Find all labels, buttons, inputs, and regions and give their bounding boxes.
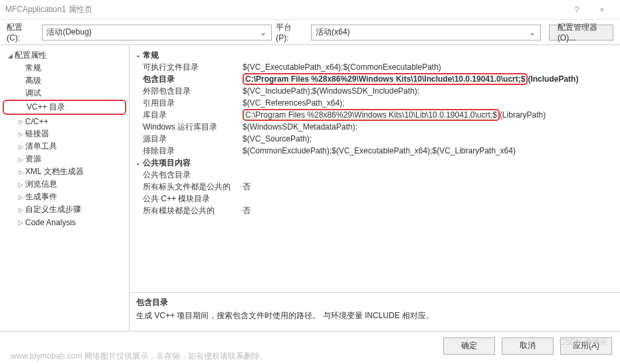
platform-combo[interactable]: 活动(x64) ⌄ bbox=[311, 25, 541, 41]
property-value[interactable]: C:\Program Files %28x86%29\Windows Kits\… bbox=[243, 73, 613, 85]
sidebar-item-label: 调试 bbox=[25, 88, 41, 99]
sidebar-item-label: C/C++ bbox=[25, 117, 49, 126]
toolbar: 配置(C): 活动(Debug) ⌄ 平台(P): 活动(x64) ⌄ 配置管理… bbox=[0, 20, 620, 45]
sidebar-item[interactable]: ▷链接器 bbox=[3, 128, 126, 140]
property-key: 公共包含目录 bbox=[143, 169, 243, 181]
property-value[interactable]: $(WindowsSDK_MetadataPath); bbox=[243, 121, 613, 133]
tree-root[interactable]: ◢ 配置属性 bbox=[3, 49, 126, 62]
description-panel: 包含目录 生成 VC++ 项目期间，搜索包含文件时使用的路径。 与环境变量 IN… bbox=[130, 292, 620, 331]
property-row[interactable]: 公共 C++ 模块目录 bbox=[134, 193, 613, 205]
platform-label: 平台(P): bbox=[276, 22, 304, 43]
cancel-button[interactable]: 取消 bbox=[502, 337, 554, 355]
sidebar-item-label: 常规 bbox=[25, 62, 41, 74]
sidebar-item[interactable]: ▷Code Analysis bbox=[3, 216, 126, 228]
collapse-icon: ◢ bbox=[5, 52, 15, 59]
property-key: 引用目录 bbox=[143, 97, 243, 109]
expand-icon: ▷ bbox=[16, 118, 25, 125]
property-value[interactable]: $(VC_ReferencesPath_x64); bbox=[243, 97, 613, 109]
property-value[interactable]: $(CommonExcludePath);$(VC_ExecutablePath… bbox=[243, 145, 613, 157]
titlebar: MFCApplication1 属性页 ? × bbox=[0, 0, 620, 20]
property-row[interactable]: Windows 运行库目录$(WindowsSDK_MetadataPath); bbox=[134, 121, 613, 133]
sidebar-item[interactable]: VC++ 目录 bbox=[3, 100, 126, 115]
help-button[interactable]: ? bbox=[564, 1, 589, 19]
property-row[interactable]: 库目录C:\Program Files %28x86%29\Windows Ki… bbox=[134, 109, 613, 121]
sidebar-item-label: 高级 bbox=[25, 75, 41, 86]
property-row[interactable]: 源目录$(VC_SourcePath); bbox=[134, 133, 613, 145]
highlighted-path: C:\Program Files %28x86%29\Windows Kits\… bbox=[243, 73, 528, 85]
property-key: 所有标头文件都是公共的 bbox=[143, 181, 243, 193]
property-key: 库目录 bbox=[143, 109, 243, 121]
property-key: 包含目录 bbox=[143, 73, 243, 85]
property-row[interactable]: 外部包含目录$(VC_IncludePath);$(WindowsSDK_Inc… bbox=[134, 85, 613, 97]
sidebar-item[interactable]: ▷XML 文档生成器 bbox=[3, 165, 126, 178]
config-combo[interactable]: 活动(Debug) ⌄ bbox=[42, 25, 272, 41]
property-key: 排除目录 bbox=[143, 145, 243, 157]
sidebar-item[interactable]: 常规 bbox=[3, 62, 126, 74]
sidebar-item[interactable]: 高级 bbox=[3, 74, 126, 87]
expand-icon: ▷ bbox=[16, 131, 25, 137]
chevron-down-icon: ⌄ bbox=[528, 28, 536, 37]
property-key: 可执行文件目录 bbox=[143, 61, 243, 73]
property-key: 外部包含目录 bbox=[143, 85, 243, 97]
property-row[interactable]: 公共包含目录 bbox=[134, 169, 613, 181]
window-title: MFCApplication1 属性页 bbox=[5, 4, 564, 15]
desc-text: 生成 VC++ 项目期间，搜索包含文件时使用的路径。 与环境变量 INCLUDE… bbox=[136, 310, 613, 321]
collapse-icon: ⌄ bbox=[134, 159, 143, 166]
expand-icon: ▷ bbox=[16, 143, 25, 150]
sidebar-item-label: 浏览信息 bbox=[25, 179, 57, 190]
close-button[interactable]: × bbox=[589, 1, 615, 19]
sidebar-item-label: 资源 bbox=[25, 153, 41, 165]
main-panel: ⌄常规可执行文件目录$(VC_ExecutablePath_x64);$(Com… bbox=[130, 45, 620, 331]
sidebar-item[interactable]: ▷C/C++ bbox=[3, 115, 126, 128]
property-row[interactable]: 包含目录C:\Program Files %28x86%29\Windows K… bbox=[134, 73, 613, 85]
sidebar-item-label: 生成事件 bbox=[25, 191, 57, 203]
expand-icon: ▷ bbox=[16, 194, 25, 201]
sidebar-item-label: 自定义生成步骤 bbox=[25, 204, 81, 215]
sidebar-item[interactable]: ▷资源 bbox=[3, 153, 126, 165]
desc-title: 包含目录 bbox=[136, 297, 613, 308]
sidebar-item[interactable]: 调试 bbox=[3, 87, 126, 100]
sidebar-item-label: 清单工具 bbox=[25, 141, 57, 152]
config-label: 配置(C): bbox=[7, 22, 35, 43]
property-row[interactable]: 可执行文件目录$(VC_ExecutablePath_x64);$(Common… bbox=[134, 61, 613, 73]
property-row[interactable]: 所有标头文件都是公共的否 bbox=[134, 181, 613, 193]
property-value[interactable]: 否 bbox=[243, 181, 613, 193]
group-header[interactable]: ⌄常规 bbox=[134, 49, 613, 61]
property-row[interactable]: 所有模块都是公共的否 bbox=[134, 205, 613, 217]
watermark: CSDN @鸿依 bbox=[559, 337, 608, 348]
group-header[interactable]: ⌄公共项目内容 bbox=[134, 157, 613, 169]
property-value[interactable]: $(VC_IncludePath);$(WindowsSDK_IncludePa… bbox=[243, 85, 613, 97]
property-row[interactable]: 引用目录$(VC_ReferencesPath_x64); bbox=[134, 97, 613, 109]
sidebar-item[interactable]: ▷清单工具 bbox=[3, 140, 126, 153]
property-grid: ⌄常规可执行文件目录$(VC_ExecutablePath_x64);$(Com… bbox=[130, 45, 620, 292]
expand-icon: ▷ bbox=[16, 207, 25, 213]
property-key: 公共 C++ 模块目录 bbox=[143, 193, 243, 205]
expand-icon: ▷ bbox=[16, 169, 25, 175]
property-key: 源目录 bbox=[143, 133, 243, 145]
property-value[interactable]: $(VC_SourcePath); bbox=[243, 133, 613, 145]
sidebar-item-label: 链接器 bbox=[25, 128, 49, 139]
expand-icon: ▷ bbox=[16, 181, 25, 188]
sidebar-item[interactable]: ▷浏览信息 bbox=[3, 178, 126, 191]
sidebar-item-label: XML 文档生成器 bbox=[25, 166, 84, 177]
collapse-icon: ⌄ bbox=[134, 52, 143, 58]
sidebar-item-label: Code Analysis bbox=[25, 218, 76, 227]
highlighted-path: C:\Program Files %28x86%29\Windows Kits\… bbox=[243, 109, 500, 121]
expand-icon: ▷ bbox=[16, 156, 25, 163]
property-value[interactable]: $(VC_ExecutablePath_x64);$(CommonExecuta… bbox=[243, 61, 613, 73]
property-row[interactable]: 排除目录$(CommonExcludePath);$(VC_Executable… bbox=[134, 145, 613, 157]
property-key: 所有模块都是公共的 bbox=[143, 205, 243, 217]
ok-button[interactable]: 确定 bbox=[443, 337, 495, 355]
property-value[interactable]: C:\Program Files %28x86%29\Windows Kits\… bbox=[243, 109, 613, 121]
sidebar-item[interactable]: ▷生成事件 bbox=[3, 191, 126, 203]
property-key: Windows 运行库目录 bbox=[143, 121, 243, 133]
watermark: www.toymoban.com 网络图片仅供展示，非存储，如有侵权请联系删除。 bbox=[11, 351, 268, 362]
sidebar-item[interactable]: ▷自定义生成步骤 bbox=[3, 203, 126, 216]
chevron-down-icon: ⌄ bbox=[259, 28, 267, 37]
property-value[interactable]: 否 bbox=[243, 205, 613, 217]
expand-icon: ▷ bbox=[16, 219, 25, 226]
config-manager-button[interactable]: 配置管理器(O)... bbox=[549, 25, 613, 41]
sidebar: ◢ 配置属性 常规高级调试VC++ 目录▷C/C++▷链接器▷清单工具▷资源▷X… bbox=[0, 45, 130, 331]
sidebar-item-label: VC++ 目录 bbox=[27, 102, 65, 113]
